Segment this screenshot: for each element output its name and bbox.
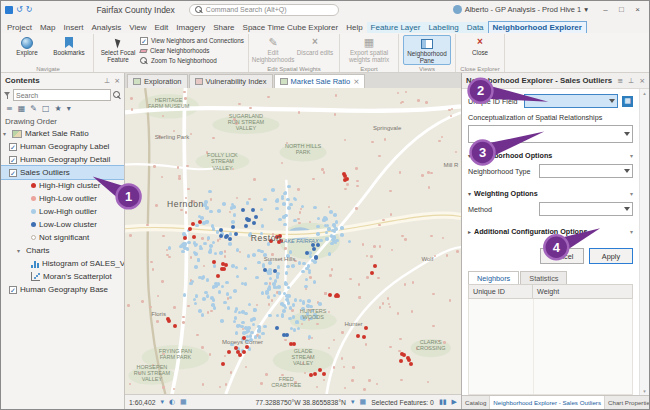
- select-focal-feature-button[interactable]: Select Focal Feature: [98, 35, 138, 63]
- neighborhood-pane-button[interactable]: Neighborhood Pane: [403, 35, 451, 65]
- ribbon-tab[interactable]: Edit: [150, 22, 172, 33]
- ribbon-tab[interactable]: Analysis: [87, 22, 125, 33]
- edit-neighborhoods-button[interactable]: ✎ Edit Neighborhoods: [253, 35, 293, 63]
- layer-checkbox[interactable]: ✓: [9, 169, 17, 177]
- pin-icon[interactable]: ⊥: [104, 77, 110, 85]
- bookmarks-button[interactable]: Bookmarks: [49, 35, 89, 57]
- field-picker-icon[interactable]: ▦: [622, 96, 633, 107]
- layer-sales-outliers[interactable]: ✓ Sales Outliers: [1, 166, 124, 179]
- bookmarks-label: Bookmarks: [53, 50, 85, 57]
- ribbon-tab-contextual[interactable]: Feature Layer: [367, 22, 425, 33]
- tab-statistics[interactable]: Statistics: [520, 271, 567, 284]
- ribbon-tab[interactable]: Space Time Cube Explorer: [239, 22, 343, 33]
- ribbon-tab[interactable]: Help: [342, 22, 366, 33]
- expander-icon[interactable]: ▾: [3, 130, 9, 137]
- tab-vulnerability-index[interactable]: Vulnerability Index: [189, 74, 273, 88]
- layer-checkbox[interactable]: ✓: [9, 143, 17, 151]
- layer-human-geography-label[interactable]: ✓ Human Geography Label: [1, 140, 124, 153]
- charts-group[interactable]: ▾ Charts: [1, 244, 124, 257]
- ribbon-tab-contextual[interactable]: Data: [463, 22, 488, 33]
- map-scale[interactable]: 1:60,402: [129, 399, 155, 406]
- tab-exploration[interactable]: Exploration: [127, 74, 188, 88]
- contents-search-input[interactable]: [13, 89, 111, 101]
- refresh-icon[interactable]: ▶: [452, 398, 457, 406]
- map-node[interactable]: ▾ Market Sale Ratio: [1, 127, 124, 140]
- filter-icon[interactable]: [4, 92, 11, 99]
- cancel-button[interactable]: Cancel: [540, 248, 584, 264]
- grid-toggle-icon[interactable]: ▦: [180, 398, 187, 406]
- ribbon-tab-bar: ProjectMapInsertAnalysisViewEditImageryS…: [1, 18, 649, 33]
- edit-list-icon[interactable]: ✎: [30, 104, 37, 113]
- ribbon-tab[interactable]: Map: [36, 22, 60, 33]
- conceptualization-dropdown[interactable]: [468, 125, 633, 143]
- histogram-icon: [31, 260, 39, 268]
- pane-scrollbar[interactable]: ▴ ▾: [639, 89, 649, 395]
- command-search[interactable]: Command Search (Alt+Q): [189, 4, 339, 16]
- layer-human-geography-detail[interactable]: ✓ Human Geography Detail: [1, 153, 124, 166]
- tab-market-sale-ratio[interactable]: Market Sale Ratio ×: [274, 74, 366, 88]
- scale-dropdown-icon[interactable]: ▾: [160, 398, 164, 406]
- discard-edits-button[interactable]: × Discard edits: [295, 35, 335, 57]
- close-explorer-button[interactable]: × Close: [460, 35, 500, 57]
- pane-bottom-tab[interactable]: Neighborhood Explorer - Sales Outliers: [490, 396, 605, 409]
- neighborhood-type-dropdown[interactable]: [539, 164, 633, 178]
- explore-button[interactable]: Explore: [7, 35, 47, 57]
- tab-neighbors[interactable]: Neighbors: [468, 271, 519, 284]
- window-title: Fairfax County Index: [96, 5, 174, 15]
- chart-histogram-item[interactable]: Histogram of SALES_VALUE: [1, 257, 124, 270]
- ribbon-tab[interactable]: Insert: [59, 22, 87, 33]
- redo-icon[interactable]: ↻: [26, 5, 33, 14]
- close-tab-icon[interactable]: ×: [353, 77, 359, 86]
- additional-options-section[interactable]: ▸ Additional Configuration Options ▾: [468, 227, 633, 236]
- close-window-button[interactable]: ×: [630, 3, 645, 16]
- pane-bottom-tab[interactable]: Chart Properties: [605, 396, 649, 409]
- scroll-up-icon[interactable]: ▴: [643, 90, 646, 96]
- ribbon-tab-active[interactable]: Neighborhood Explorer: [488, 21, 587, 33]
- ribbon-tab[interactable]: View: [125, 22, 150, 33]
- list-by-source-icon[interactable]: ▦: [18, 104, 26, 113]
- apply-button[interactable]: Apply: [589, 248, 633, 264]
- save-icon[interactable]: [5, 6, 13, 14]
- contents-search-icon[interactable]: [113, 91, 121, 99]
- user-menu[interactable]: Alberto - GP Analysis - Prod Hive 1 ▾: [453, 5, 588, 14]
- map-coordinates[interactable]: 77.3288750°W 38.8655838°N: [256, 399, 346, 406]
- maximize-button[interactable]: □: [614, 3, 629, 16]
- globe-icon[interactable]: ◐: [169, 398, 175, 406]
- layer-checkbox[interactable]: ✓: [9, 156, 17, 164]
- pause-drawing-icon[interactable]: ▮▮: [439, 398, 447, 406]
- ribbon-tab[interactable]: Share: [209, 22, 238, 33]
- map-canvas[interactable]: HERITAGE FARM MUSEUMSterling ParkSUGARLA…: [125, 88, 461, 394]
- clear-neighborhoods-button[interactable]: Clear Neighborhoods: [140, 46, 244, 55]
- view-neighbors-checkbox[interactable]: ✓ View Neighbors and Connections: [140, 36, 244, 45]
- ribbon-tab[interactable]: Imagery: [172, 22, 209, 33]
- chart-scatterplot-item[interactable]: Moran's Scatterplot: [1, 270, 124, 283]
- zoom-to-neighborhood-button[interactable]: Zoom To Neighborhood: [140, 56, 244, 65]
- method-dropdown[interactable]: [539, 202, 633, 216]
- pane-pin-icon[interactable]: ⊥: [628, 77, 634, 85]
- minimize-button[interactable]: –: [598, 3, 613, 16]
- more-icon[interactable]: ▾: [67, 104, 71, 113]
- layer-checkbox[interactable]: ✓: [9, 286, 17, 294]
- pane-close-icon[interactable]: ×: [639, 77, 645, 85]
- undo-icon[interactable]: ↺: [16, 5, 23, 14]
- ribbon-tab[interactable]: Project: [3, 22, 36, 33]
- close-pane-icon[interactable]: ×: [114, 77, 120, 85]
- neighborhood-options-section[interactable]: ▾ Neighborhood Options ▾: [468, 151, 633, 160]
- results-table-body[interactable]: [468, 299, 633, 395]
- scroll-down-icon[interactable]: ▾: [643, 388, 646, 394]
- snowflake-icon[interactable]: ★: [55, 104, 62, 113]
- export-weights-button[interactable]: ▦ Export spatial weights matrix: [344, 35, 394, 63]
- unique-id-field-dropdown[interactable]: [524, 94, 618, 108]
- pane-menu-icon[interactable]: ≡: [617, 77, 623, 85]
- selection-list-icon[interactable]: □: [42, 104, 50, 113]
- pane-bottom-tab[interactable]: Catalog: [462, 396, 490, 409]
- weighting-options-section[interactable]: ▾ Weighting Options ▾: [468, 189, 633, 198]
- expander-icon[interactable]: ▾: [17, 247, 23, 254]
- view-neighbors-label: View Neighbors and Connections: [151, 37, 244, 44]
- selection-grid-icon[interactable]: ▦: [360, 398, 367, 406]
- layer-human-geography-base[interactable]: ✓ Human Geography Base: [1, 283, 124, 296]
- ribbon-tab-contextual[interactable]: Labeling: [424, 22, 462, 33]
- coords-dropdown-icon[interactable]: ▾: [351, 398, 355, 406]
- list-by-drawing-icon[interactable]: ≡: [6, 104, 13, 113]
- arcgis-pro-window: ↺ ↻ Fairfax County Index Command Search …: [0, 0, 650, 410]
